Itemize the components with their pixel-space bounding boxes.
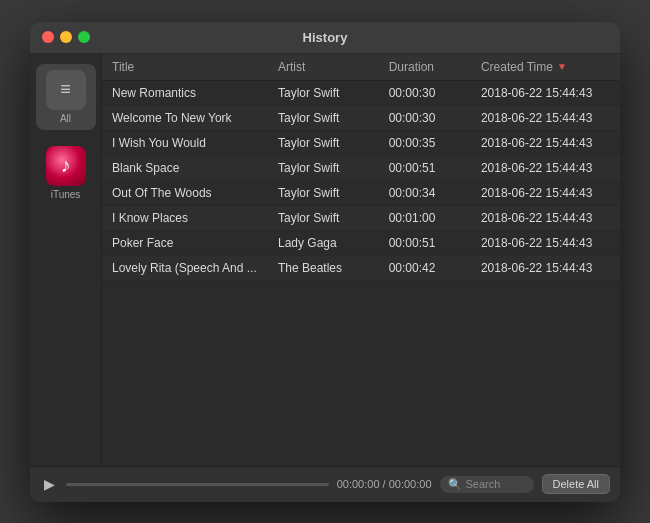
main-content: ≡ All iTunes Title Artist Duration — [30, 54, 620, 466]
minimize-button[interactable] — [60, 31, 72, 43]
cell-created-time: 2018-06-22 15:44:43 — [481, 236, 610, 250]
cell-created-time: 2018-06-22 15:44:43 — [481, 86, 610, 100]
cell-created-time: 2018-06-22 15:44:43 — [481, 111, 610, 125]
cell-created-time: 2018-06-22 15:44:43 — [481, 161, 610, 175]
cell-duration: 00:00:51 — [389, 236, 481, 250]
cell-title: I Know Places — [112, 211, 278, 225]
cell-duration: 00:00:30 — [389, 111, 481, 125]
sidebar-all-label: All — [60, 113, 71, 124]
play-button[interactable]: ▶ — [40, 475, 58, 493]
table-row[interactable]: Lovely Rita (Speech And ... The Beatles … — [102, 256, 620, 281]
table-row[interactable]: I Wish You Would Taylor Swift 00:00:35 2… — [102, 131, 620, 156]
cell-artist: Taylor Swift — [278, 211, 389, 225]
cell-title: I Wish You Would — [112, 136, 278, 150]
all-icon: ≡ — [46, 70, 86, 110]
cell-artist: Taylor Swift — [278, 161, 389, 175]
table-row[interactable]: New Romantics Taylor Swift 00:00:30 2018… — [102, 81, 620, 106]
cell-created-time: 2018-06-22 15:44:43 — [481, 136, 610, 150]
progress-bar[interactable] — [66, 483, 329, 486]
cell-created-time: 2018-06-22 15:44:43 — [481, 261, 610, 275]
cell-title: Poker Face — [112, 236, 278, 250]
th-created-time[interactable]: Created Time ▼ — [481, 60, 610, 74]
main-window: History ≡ All iTunes Title — [30, 22, 620, 502]
table-body: New Romantics Taylor Swift 00:00:30 2018… — [102, 81, 620, 466]
search-icon: 🔍 — [448, 478, 462, 491]
table-row[interactable]: Welcome To New York Taylor Swift 00:00:3… — [102, 106, 620, 131]
cell-artist: Taylor Swift — [278, 186, 389, 200]
delete-all-button[interactable]: Delete All — [542, 474, 610, 494]
search-input[interactable] — [466, 478, 526, 490]
cell-artist: Lady Gaga — [278, 236, 389, 250]
cell-duration: 00:00:34 — [389, 186, 481, 200]
cell-duration: 00:00:42 — [389, 261, 481, 275]
th-duration[interactable]: Duration — [389, 60, 481, 74]
table-row[interactable]: Out Of The Woods Taylor Swift 00:00:34 2… — [102, 181, 620, 206]
sort-arrow-icon: ▼ — [557, 61, 567, 72]
table-row[interactable]: Blank Space Taylor Swift 00:00:51 2018-0… — [102, 156, 620, 181]
cell-title: Lovely Rita (Speech And ... — [112, 261, 278, 275]
cell-duration: 00:00:30 — [389, 86, 481, 100]
cell-title: Blank Space — [112, 161, 278, 175]
cell-artist: Taylor Swift — [278, 136, 389, 150]
close-button[interactable] — [42, 31, 54, 43]
cell-title: Out Of The Woods — [112, 186, 278, 200]
cell-duration: 00:00:35 — [389, 136, 481, 150]
cell-artist: Taylor Swift — [278, 86, 389, 100]
cell-artist: The Beatles — [278, 261, 389, 275]
cell-artist: Taylor Swift — [278, 111, 389, 125]
time-display: 00:00:00 / 00:00:00 — [337, 478, 432, 490]
table-area: Title Artist Duration Created Time ▼ New… — [102, 54, 620, 466]
window-title: History — [303, 30, 348, 45]
sidebar-itunes-label: iTunes — [51, 189, 81, 200]
itunes-icon — [46, 146, 86, 186]
th-title[interactable]: Title — [112, 60, 278, 74]
table-row[interactable]: Poker Face Lady Gaga 00:00:51 2018-06-22… — [102, 231, 620, 256]
cell-duration: 00:00:51 — [389, 161, 481, 175]
titlebar: History — [30, 22, 620, 54]
bottombar: ▶ 00:00:00 / 00:00:00 🔍 Delete All — [30, 466, 620, 502]
sidebar-item-itunes[interactable]: iTunes — [36, 140, 96, 206]
table-row[interactable]: I Know Places Taylor Swift 00:01:00 2018… — [102, 206, 620, 231]
traffic-lights — [42, 31, 90, 43]
sidebar-item-all[interactable]: ≡ All — [36, 64, 96, 130]
search-box: 🔍 — [440, 476, 534, 493]
cell-title: Welcome To New York — [112, 111, 278, 125]
maximize-button[interactable] — [78, 31, 90, 43]
th-artist[interactable]: Artist — [278, 60, 389, 74]
cell-created-time: 2018-06-22 15:44:43 — [481, 186, 610, 200]
cell-duration: 00:01:00 — [389, 211, 481, 225]
sidebar: ≡ All iTunes — [30, 54, 102, 466]
cell-title: New Romantics — [112, 86, 278, 100]
cell-created-time: 2018-06-22 15:44:43 — [481, 211, 610, 225]
table-header: Title Artist Duration Created Time ▼ — [102, 54, 620, 81]
